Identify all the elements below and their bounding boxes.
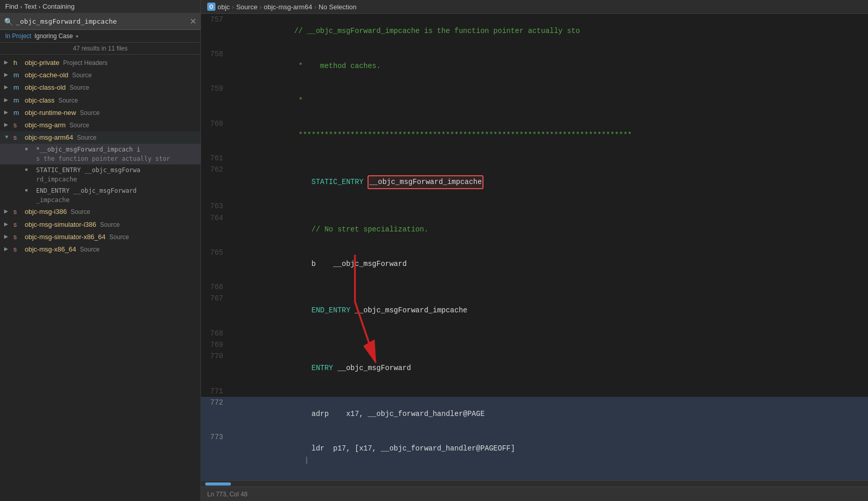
tree-item-objc-msg-sim-x86[interactable]: ▶ s objc-msg-simulator-x86_64 Source [0, 231, 201, 243]
search-icon: 🔍 [4, 18, 13, 26]
tree-item-objc-msg-arm[interactable]: ▶ s objc-msg-arm Source [0, 119, 201, 131]
result-item-2[interactable]: ▪ STATIC_ENTRY __objc_msgForwa rd_impcac… [0, 164, 201, 185]
line-code-769[interactable] [229, 339, 868, 350]
breadcrumb-text[interactable]: Text [24, 3, 37, 10]
code-wrapper: 757 // __objc_msgForward_impcache is the… [201, 14, 868, 480]
editor-breadcrumb: O objc › Source › objc-msg-arm64 › No Se… [201, 0, 868, 14]
file-tree[interactable]: ▶ h objc-private Project Headers ▶ m obj… [0, 55, 201, 501]
file-name: objc-msg-simulator-x86_64 Source [25, 232, 196, 242]
result-doc-icon: ▪ [25, 186, 34, 195]
clear-search-button[interactable]: ✕ [190, 16, 196, 26]
breadcrumb-sep-2: › [39, 4, 41, 10]
breadcrumb-find[interactable]: Find [5, 3, 18, 10]
result-doc-icon: ▪ [25, 165, 34, 174]
footer-bar: Ln 773, Col 48 [201, 487, 868, 501]
line-row-767: 767 END_ENTRY __objc_msgForward_impcache [201, 293, 868, 327]
line-code-771[interactable] [229, 386, 868, 397]
line-row-774: 774 TailCallFunctionPointer x17 [201, 478, 868, 480]
line-code-772[interactable]: adrp x17, __objc_forward_handler@PAGE [229, 397, 868, 431]
line-row-759: 759 * [201, 83, 868, 118]
cursor-position: Ln 773, Col 48 [207, 491, 247, 498]
line-number-761: 761 [201, 153, 229, 164]
bc-sep-2: › [259, 3, 261, 11]
result-text: END_ENTRY __objc_msgForward _impcache [36, 186, 196, 205]
search-input[interactable] [16, 18, 187, 25]
file-icon-m: m [13, 83, 23, 92]
tree-item-objc-cache-old[interactable]: ▶ m objc-cache-old Source [0, 69, 201, 81]
line-number-769: 769 [201, 339, 229, 350]
line-code-774[interactable]: TailCallFunctionPointer x17 [229, 478, 868, 480]
line-code-757[interactable]: // __objc_msgForward_impcache is the fun… [229, 14, 868, 48]
line-code-759[interactable]: * [229, 83, 868, 118]
file-name: objc-class Source [25, 96, 196, 105]
file-icon-m: m [13, 71, 23, 80]
line-row-758: 758 * method caches. [201, 48, 868, 83]
line-number-758: 758 [201, 48, 229, 83]
filter-case-button[interactable]: Ignoring Case [35, 32, 73, 40]
line-row-773: 773 ldr p17, [x17, __objc_forward_handle… [201, 431, 868, 478]
chevron-right-icon: ▶ [4, 108, 12, 116]
file-name: objc-msg-x86_64 Source [25, 245, 196, 254]
tree-item-objc-private[interactable]: ▶ h objc-private Project Headers [0, 57, 201, 69]
left-panel: Find › Text › Containing 🔍 ✕ In Project … [0, 0, 201, 501]
line-row-764: 764 // No stret specialization. [201, 212, 868, 247]
chevron-right-icon: ▶ [4, 220, 12, 228]
tree-item-objc-msg-i386[interactable]: ▶ s objc-msg-i386 Source [0, 206, 201, 218]
code-area[interactable]: 757 // __objc_msgForward_impcache is the… [201, 14, 868, 480]
chevron-right-icon: ▶ [4, 245, 12, 253]
line-number-766: 766 [201, 281, 229, 293]
line-code-764[interactable]: // No stret specialization. [229, 212, 868, 247]
result-text: STATIC_ENTRY __objc_msgForwa rd_impcache [36, 165, 196, 184]
file-icon-s: s [13, 220, 23, 229]
line-number-767: 767 [201, 293, 229, 327]
line-number-764: 764 [201, 212, 229, 247]
line-row-766: 766 [201, 281, 868, 293]
line-number-770: 770 [201, 350, 229, 385]
file-name: objc-msg-simulator-i386 Source [25, 220, 196, 229]
search-highlight: __objc_msgForward_impcache [368, 175, 483, 189]
line-row-771: 771 [201, 386, 868, 397]
tree-item-objc-runtime-new[interactable]: ▶ m objc-runtime-new Source [0, 107, 201, 119]
tree-item-objc-class-old[interactable]: ▶ m objc-class-old Source [0, 81, 201, 94]
bc-selection: No Selection [319, 3, 357, 11]
line-code-763[interactable] [229, 201, 868, 212]
line-code-758[interactable]: * method caches. [229, 48, 868, 83]
objc-icon: O [207, 3, 215, 11]
breadcrumb-containing[interactable]: Containing [42, 3, 74, 10]
line-code-767[interactable]: END_ENTRY __objc_msgForward_impcache [229, 293, 868, 327]
line-code-770[interactable]: ENTRY __objc_msgForward [229, 350, 868, 385]
bc-source: Source [236, 3, 257, 11]
line-code-761[interactable] [229, 153, 868, 164]
line-code-765[interactable]: b __objc_msgForward [229, 247, 868, 281]
chevron-right-icon: ▶ [4, 71, 12, 78]
tree-item-objc-msg-x86-64[interactable]: ▶ s objc-msg-x86_64 Source [0, 243, 201, 256]
result-item-1[interactable]: ▪ *__objc_msgForward_impcach i s the fun… [0, 144, 201, 164]
line-code-773[interactable]: ldr p17, [x17, __objc_forward_handler@PA… [229, 431, 868, 478]
file-name: objc-cache-old Source [25, 71, 196, 80]
search-bar: 🔍 ✕ [0, 13, 201, 30]
line-row-772: 772 adrp x17, __objc_forward_handler@PAG… [201, 397, 868, 431]
result-doc-icon: ▪ [25, 145, 34, 154]
result-item-3[interactable]: ▪ END_ENTRY __objc_msgForward _impcache [0, 185, 201, 206]
line-code-760[interactable]: ****************************************… [229, 118, 868, 153]
results-count: 47 results in 11 files [0, 43, 201, 55]
code-table: 757 // __objc_msgForward_impcache is the… [201, 14, 868, 480]
line-number-771: 771 [201, 386, 229, 397]
line-code-768[interactable] [229, 328, 868, 339]
line-code-766[interactable] [229, 281, 868, 293]
tree-item-objc-msg-arm64[interactable]: ▼ s objc-msg-arm64 Source [0, 131, 201, 144]
line-row-763: 763 [201, 201, 868, 212]
breadcrumb-bar: Find › Text › Containing [0, 0, 201, 13]
file-icon-s: s [13, 133, 23, 142]
line-number-757: 757 [201, 14, 229, 48]
bc-sep-3: › [314, 3, 316, 11]
file-icon-s: s [13, 121, 23, 130]
line-number-774: 774 [201, 478, 229, 480]
file-icon-s: s [13, 232, 23, 242]
chevron-right-icon: ▶ [4, 58, 12, 66]
tree-item-objc-class[interactable]: ▶ m objc-class Source [0, 94, 201, 107]
tree-item-objc-msg-sim-i386[interactable]: ▶ s objc-msg-simulator-i386 Source [0, 219, 201, 231]
line-code-762[interactable]: STATIC_ENTRY __objc_msgForward_impcache [229, 164, 868, 201]
horizontal-scrollbar[interactable] [201, 480, 868, 487]
chevron-down-icon: ▼ [4, 133, 12, 141]
